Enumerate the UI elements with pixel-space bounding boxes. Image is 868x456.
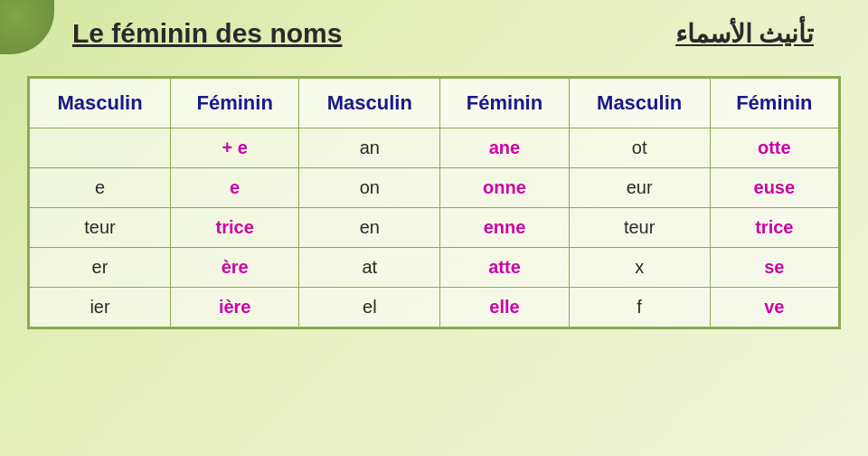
cell-r2-c5: trice — [710, 208, 838, 248]
main-table-container: Masculin Féminin Masculin Féminin Mascul… — [27, 76, 841, 329]
cell-r4-c5: ve — [710, 288, 838, 328]
grammar-table: Masculin Féminin Masculin Féminin Mascul… — [29, 78, 839, 328]
table-row: teurtriceenenneteurtrice — [30, 208, 839, 248]
cell-r4-c2: el — [299, 288, 440, 328]
cell-r0-c0 — [30, 128, 171, 168]
col-header-5: Masculin — [569, 79, 710, 128]
cell-r2-c3: enne — [440, 208, 569, 248]
cell-r3-c4: x — [569, 248, 710, 288]
title-french: Le féminin des noms — [72, 18, 342, 49]
cell-r1-c2: on — [299, 168, 440, 208]
cell-r3-c1: ère — [171, 248, 299, 288]
table-row: erèreatattexse — [30, 248, 839, 288]
title-arabic: تأنيث الأسماء — [675, 19, 814, 49]
col-header-2: Féminin — [171, 79, 299, 128]
cell-r4-c3: elle — [440, 288, 569, 328]
cell-r1-c3: onne — [440, 168, 569, 208]
cell-r1-c4: eur — [569, 168, 710, 208]
cell-r4-c0: ier — [30, 288, 171, 328]
table-row: ierièreelellefve — [30, 288, 839, 328]
cell-r0-c5: otte — [710, 128, 838, 168]
cell-r3-c5: se — [710, 248, 838, 288]
col-header-3: Masculin — [299, 79, 440, 128]
cell-r3-c2: at — [299, 248, 440, 288]
cell-r1-c5: euse — [710, 168, 838, 208]
cell-r2-c2: en — [299, 208, 440, 248]
cell-r1-c0: e — [30, 168, 171, 208]
cell-r4-c1: ière — [171, 288, 299, 328]
cell-r4-c4: f — [569, 288, 710, 328]
page-header: Le féminin des noms تأنيث الأسماء — [0, 0, 868, 58]
cell-r1-c1: e — [171, 168, 299, 208]
cell-r0-c1: + e — [171, 128, 299, 168]
col-header-6: Féminin — [710, 79, 838, 128]
col-header-4: Féminin — [440, 79, 569, 128]
cell-r0-c3: ane — [440, 128, 569, 168]
table-row: eeononneeureuse — [30, 168, 839, 208]
cell-r2-c1: trice — [171, 208, 299, 248]
table-row: + eananeototte — [30, 128, 839, 168]
cell-r3-c3: atte — [440, 248, 569, 288]
cell-r0-c4: ot — [569, 128, 710, 168]
cell-r0-c2: an — [299, 128, 440, 168]
col-header-1: Masculin — [30, 79, 171, 128]
cell-r2-c4: teur — [569, 208, 710, 248]
cell-r3-c0: er — [30, 248, 171, 288]
cell-r2-c0: teur — [30, 208, 171, 248]
table-header-row: Masculin Féminin Masculin Féminin Mascul… — [30, 79, 839, 128]
